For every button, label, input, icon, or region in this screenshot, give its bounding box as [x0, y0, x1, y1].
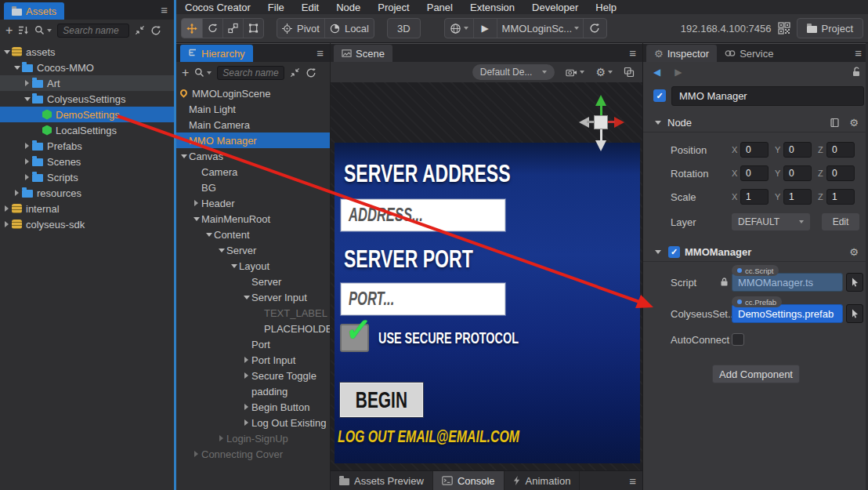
menu-item-project[interactable]: Project: [369, 2, 418, 13]
component-section-header[interactable]: ✓ MMOManager ⚙: [643, 243, 868, 262]
hierarchy-node-bg[interactable]: BG: [176, 180, 330, 195]
logout-link[interactable]: LOG OUT EMAIL@EMAIL.COM: [338, 426, 590, 447]
tab-animation[interactable]: Animation: [505, 471, 580, 490]
asset-item-cocos-mmo[interactable]: Cocos-MMO: [0, 60, 174, 75]
asset-item-scripts[interactable]: Scripts: [0, 169, 174, 185]
inspector-menu-icon[interactable]: ≡: [855, 47, 862, 59]
rotation-y-field[interactable]: 0: [783, 165, 812, 181]
secure-protocol-checkbox[interactable]: ✓: [340, 324, 369, 352]
menu-item-file[interactable]: File: [259, 2, 293, 13]
caret-open-icon[interactable]: [12, 66, 22, 70]
scene-viewport[interactable]: SERVER ADDRESS ADDRESS... SERVER PORT PO…: [331, 82, 642, 470]
menu-item-node[interactable]: Node: [327, 2, 369, 13]
node-name-field[interactable]: MMO Manager: [671, 86, 864, 106]
gizmo-x-axis-arrow[interactable]: [614, 117, 624, 128]
scene-stats-icon[interactable]: [624, 67, 635, 78]
hierarchy-node-main-light[interactable]: Main Light: [176, 101, 330, 117]
hierarchy-refresh-icon[interactable]: [306, 67, 316, 78]
autoconnect-checkbox[interactable]: [732, 333, 744, 346]
hierarchy-node-connecting-cover[interactable]: Connecting Cover: [176, 446, 330, 462]
collapse-all-icon[interactable]: [290, 67, 300, 78]
asset-item-demosettings[interactable]: DemoSettings: [0, 107, 174, 122]
hierarchy-node-text-label[interactable]: TEXT_LABEL: [176, 305, 330, 321]
asset-item-colyseussettings[interactable]: ColyseusSettings: [0, 91, 174, 107]
caret-closed-icon[interactable]: [22, 143, 32, 149]
caret-open-icon[interactable]: [204, 233, 214, 237]
position-z-field[interactable]: 0: [826, 142, 855, 158]
rotate-tool-button[interactable]: [202, 19, 222, 38]
menu-item-edit[interactable]: Edit: [293, 2, 327, 13]
nav-forward-icon[interactable]: ▶: [675, 67, 682, 78]
begin-button[interactable]: BEGIN: [340, 383, 423, 417]
node-active-checkbox[interactable]: ✓: [653, 89, 666, 102]
hierarchy-search-input[interactable]: [217, 66, 284, 80]
caret-closed-icon[interactable]: [22, 174, 32, 180]
asset-item-prefabs[interactable]: Prefabs: [0, 138, 174, 154]
hierarchy-node-begin-button[interactable]: Begin Button: [176, 399, 330, 415]
menu-item-cocos-creator[interactable]: Cocos Creator: [176, 2, 259, 13]
asset-item-assets[interactable]: assets: [0, 44, 174, 60]
caret-closed-icon[interactable]: [241, 419, 251, 426]
rotation-x-field[interactable]: 0: [740, 165, 769, 181]
tab-scene[interactable]: Scene: [334, 45, 392, 62]
play-button[interactable]: ▶: [473, 19, 497, 38]
move-tool-button[interactable]: [182, 19, 202, 38]
gizmo-center-handle[interactable]: [594, 115, 608, 129]
hierarchy-node-server-input[interactable]: Server Input: [176, 289, 330, 305]
menu-item-developer[interactable]: Developer: [523, 2, 587, 13]
hierarchy-add-button[interactable]: +: [182, 66, 189, 80]
caret-open-icon[interactable]: [216, 249, 226, 252]
hierarchy-node-content[interactable]: Content: [176, 227, 330, 242]
component-enabled-checkbox[interactable]: ✓: [668, 246, 680, 258]
caret-closed-icon[interactable]: [191, 200, 201, 206]
assets-search-filter-button[interactable]: [34, 25, 52, 35]
scene-select-dropdown[interactable]: MMOLoginSc...: [497, 19, 583, 38]
hierarchy-node-header[interactable]: Header: [176, 195, 330, 211]
asset-item-internal[interactable]: internal: [0, 201, 174, 216]
caret-open-icon[interactable]: [653, 121, 663, 125]
node-settings-gear-icon[interactable]: ⚙: [849, 118, 859, 128]
assets-sort-icon[interactable]: [18, 25, 29, 35]
asset-item-scenes[interactable]: Scenes: [0, 154, 174, 169]
caret-open-icon[interactable]: [241, 296, 251, 299]
caret-open-icon[interactable]: [2, 50, 12, 54]
scale-tool-button[interactable]: [222, 19, 243, 38]
assets-add-button[interactable]: +: [5, 24, 13, 38]
caret-open-icon[interactable]: [229, 264, 239, 268]
caret-closed-icon[interactable]: [22, 80, 32, 86]
hierarchy-node-main-camera[interactable]: Main Camera: [176, 117, 330, 132]
server-address-input[interactable]: ADDRESS...: [341, 199, 505, 231]
local-button[interactable]: Local: [324, 19, 374, 38]
caret-closed-icon[interactable]: [12, 190, 22, 196]
position-y-field[interactable]: 0: [783, 142, 812, 158]
hierarchy-node-layout[interactable]: Layout: [176, 258, 330, 274]
qr-code-icon[interactable]: [778, 22, 790, 34]
asset-item-colyseus-sdk[interactable]: colyseus-sdk: [0, 216, 174, 232]
unlock-icon[interactable]: [852, 66, 862, 79]
gizmo-y-axis-arrow[interactable]: [595, 95, 606, 106]
scene-view-dropdown[interactable]: Default De...: [472, 64, 555, 80]
asset-item-resources[interactable]: resources: [0, 185, 174, 201]
tab-hierarchy[interactable]: Hierarchy: [180, 45, 253, 62]
node-section-header[interactable]: Node ⚙: [643, 114, 868, 132]
hierarchy-search-filter-button[interactable]: [194, 67, 212, 78]
assets-menu-icon[interactable]: ≡: [161, 4, 168, 16]
add-component-button[interactable]: Add Component: [712, 365, 800, 383]
caret-open-icon[interactable]: [191, 217, 201, 221]
panel-resize-handle[interactable]: [174, 0, 176, 490]
collapse-all-icon[interactable]: [135, 25, 145, 35]
hierarchy-node-canvas[interactable]: Canvas: [176, 148, 330, 164]
hierarchy-node-placeholder[interactable]: PLACEHOLDER: [176, 321, 330, 336]
scene-camera-button[interactable]: [566, 67, 584, 78]
asset-item-localsettings[interactable]: LocalSettings: [0, 122, 174, 138]
caret-closed-icon[interactable]: [241, 372, 251, 379]
caret-closed-icon[interactable]: [22, 158, 32, 165]
caret-open-icon[interactable]: [179, 154, 189, 158]
tab-inspector[interactable]: ⚙ Inspector: [646, 45, 717, 62]
script-picker-button[interactable]: [846, 273, 863, 292]
prefab-picker-button[interactable]: [846, 304, 863, 323]
tab-console[interactable]: Console: [433, 471, 505, 490]
pivot-button[interactable]: Pivot: [277, 19, 324, 38]
nav-back-icon[interactable]: ◀: [653, 67, 660, 78]
component-gear-icon[interactable]: ⚙: [849, 247, 859, 257]
